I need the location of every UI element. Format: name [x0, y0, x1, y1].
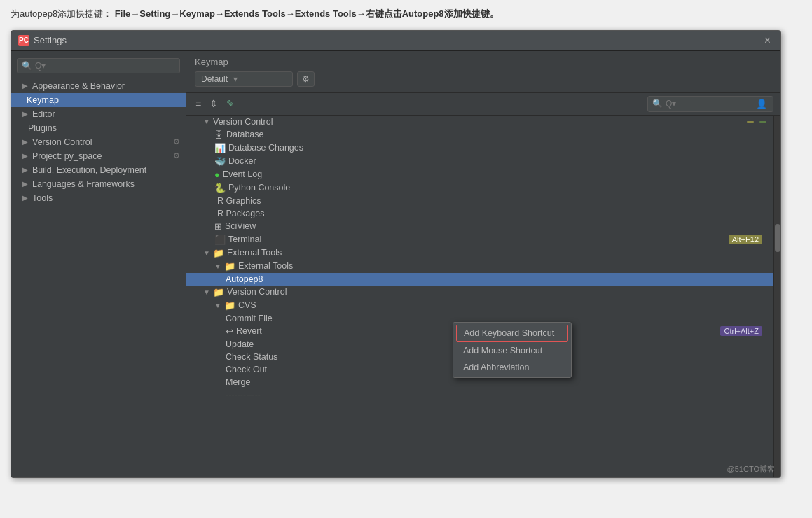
sidebar-arrow-appearance: ▶	[22, 82, 28, 90]
sidebar-label-build: Build, Execution, Deployment	[32, 165, 146, 175]
tree-label-cvs: CVS	[238, 300, 768, 310]
tree-search-box[interactable]: 🔍 👤	[647, 96, 773, 112]
sidebar-item-keymap[interactable]: Keymap	[11, 93, 186, 107]
tree-item-autopep8[interactable]: Autopep8	[186, 273, 773, 286]
event-log-icon: ●	[214, 169, 220, 180]
sidebar-arrow-tools: ▶	[22, 194, 28, 202]
terminal-shortcut: Alt+F12	[729, 234, 762, 244]
tree-label-docker: Docker	[228, 156, 768, 166]
sidebar-label-editor: Editor	[32, 109, 55, 119]
context-menu-label-abbreviation: Add Abbreviation	[463, 363, 530, 372]
watermark: @51CTO博客	[727, 464, 775, 475]
external-tools-sub-arrow: ▼	[214, 262, 224, 270]
tree-item-r-graphics[interactable]: R Graphics	[186, 195, 773, 207]
keymap-dropdown[interactable]: Default ▾	[195, 71, 293, 87]
tree-arrow-vc: ▼	[203, 118, 213, 125]
tree-item-sciview[interactable]: ⊞ SciView	[186, 220, 773, 233]
sidebar-label-project: Project: py_space	[32, 151, 102, 161]
external-tools-icon: 📁	[213, 248, 224, 258]
tree-item-database-changes[interactable]: 📊 Database Changes	[186, 141, 773, 155]
tree-item-terminal[interactable]: ⬛ Terminal Alt+F12	[186, 233, 773, 246]
chevron-down-icon: ▾	[233, 74, 238, 84]
dialog-titlebar: PC Settings ×	[11, 31, 780, 51]
tree-scrollbar[interactable]	[773, 115, 780, 477]
tree-item-event-log[interactable]: ● Event Log	[186, 168, 773, 181]
main-panel: Keymap Default ▾ ⚙ ≡ ⇕ ✎ 🔍 👤	[186, 51, 780, 477]
sidebar: 🔍 ▶ Appearance & Behavior Keymap ▶ Edito…	[11, 51, 186, 477]
tree-label-merge: Merge	[226, 377, 768, 387]
terminal-icon: ⬛	[214, 234, 226, 245]
context-menu-item-add-abbreviation[interactable]: Add Abbreviation	[453, 359, 571, 376]
dialog-body: 🔍 ▶ Appearance & Behavior Keymap ▶ Edito…	[11, 51, 780, 477]
tree-label-external-tools: External Tools	[227, 248, 768, 258]
context-menu: Add Keyboard Shortcut Add Mouse Shortcut…	[453, 322, 572, 378]
tree-label-external-tools-sub: External Tools	[238, 261, 768, 271]
tree-toolbar: ≡ ⇕ ✎ 🔍 👤	[186, 93, 780, 115]
sidebar-label-keymap: Keymap	[27, 95, 59, 105]
tree-item-r-packages[interactable]: R Packages	[186, 207, 773, 220]
instruction-bold: File→Setting→Keymap→Extends Tools→Extend…	[115, 8, 499, 19]
sidebar-item-build[interactable]: ▶ Build, Execution, Deployment	[11, 163, 186, 177]
tree-label-autopep8: Autopep8	[226, 274, 768, 284]
collapse-all-button[interactable]: ⇕	[207, 97, 220, 110]
tree-label-separator: ------------	[226, 390, 768, 400]
sidebar-item-version-control[interactable]: ▶ Version Control ⚙	[11, 135, 186, 149]
tree-item-database[interactable]: 🗄 Database	[186, 128, 773, 141]
sidebar-arrow-editor: ▶	[22, 110, 28, 118]
tree-label-event-log: Event Log	[223, 169, 768, 179]
sidebar-settings-icon-vc: ⚙	[173, 137, 180, 146]
dialog-close-button[interactable]: ×	[762, 35, 773, 46]
tree-item-external-tools-sub[interactable]: ▼ 📁 External Tools	[186, 260, 773, 273]
tree-search-icon: 🔍	[652, 99, 663, 108]
tree-label-database: Database	[226, 130, 768, 139]
external-tools-sub-icon: 📁	[224, 261, 235, 272]
tree-item-python-console[interactable]: 🐍 Python Console	[186, 181, 773, 195]
tree-item-docker[interactable]: 🐳 Docker	[186, 155, 773, 168]
keymap-gear-button[interactable]: ⚙	[297, 71, 315, 87]
keymap-section-title: Keymap	[195, 57, 772, 67]
edit-shortcut-button[interactable]: ✎	[224, 97, 237, 110]
tree-label-terminal: Terminal	[228, 234, 729, 244]
revert-icon: ↩	[226, 326, 233, 337]
sidebar-item-tools[interactable]: ▶ Tools	[11, 191, 186, 205]
sidebar-arrow-languages: ▶	[22, 180, 28, 188]
context-menu-item-add-mouse-shortcut[interactable]: Add Mouse Shortcut	[453, 342, 571, 359]
tree-item-external-tools[interactable]: ▼ 📁 External Tools	[186, 246, 773, 260]
sidebar-label-plugins: Plugins	[28, 123, 57, 133]
database-icon: 🗄	[214, 130, 223, 140]
tree-search-submit-button[interactable]: 👤	[755, 99, 769, 109]
sidebar-arrow-vc: ▶	[22, 138, 28, 146]
keymap-dropdown-value: Default	[201, 74, 228, 84]
sidebar-item-plugins[interactable]: Plugins	[11, 121, 186, 135]
sidebar-search-input[interactable]	[35, 61, 175, 71]
sidebar-label-languages: Languages & Frameworks	[32, 179, 135, 189]
cvs-arrow: ▼	[214, 302, 224, 309]
sidebar-item-appearance[interactable]: ▶ Appearance & Behavior	[11, 79, 186, 93]
tree-scrollbar-thumb[interactable]	[775, 224, 780, 252]
tree-shortcut-vc	[747, 121, 754, 122]
external-tools-arrow: ▼	[203, 249, 213, 257]
database-changes-icon: 📊	[214, 143, 226, 153]
tree-label-python-console: Python Console	[228, 183, 768, 192]
dialog-title-left: PC Settings	[18, 35, 67, 46]
sidebar-arrow-project: ▶	[22, 152, 28, 160]
tree-search-input[interactable]	[666, 99, 752, 108]
python-console-icon: 🐍	[214, 183, 226, 193]
tree-label-database-changes: Database Changes	[228, 143, 768, 153]
sidebar-item-project[interactable]: ▶ Project: py_space ⚙	[11, 149, 186, 163]
context-menu-item-add-keyboard-shortcut[interactable]: Add Keyboard Shortcut	[456, 325, 568, 342]
tree-item-cvs[interactable]: ▼ 📁 CVS	[186, 299, 773, 312]
sidebar-item-languages[interactable]: ▶ Languages & Frameworks	[11, 177, 186, 191]
sidebar-search-icon: 🔍	[22, 61, 32, 71]
context-menu-label-mouse: Add Mouse Shortcut	[463, 346, 542, 356]
tree-item-version-control2[interactable]: ▼ 📁 Version Control	[186, 286, 773, 299]
sidebar-item-editor[interactable]: ▶ Editor	[11, 107, 186, 121]
expand-all-button[interactable]: ≡	[193, 97, 203, 110]
main-header: Keymap Default ▾ ⚙	[186, 51, 780, 93]
tree-label-vc2: Version Control	[227, 287, 768, 297]
dialog-title-text: Settings	[34, 35, 67, 46]
sidebar-search-box[interactable]: 🔍	[17, 58, 180, 74]
vc2-icon: 📁	[213, 287, 224, 298]
vc2-arrow: ▼	[203, 288, 213, 296]
tree-item-vc-header[interactable]: ▼ Version Control	[186, 115, 773, 128]
